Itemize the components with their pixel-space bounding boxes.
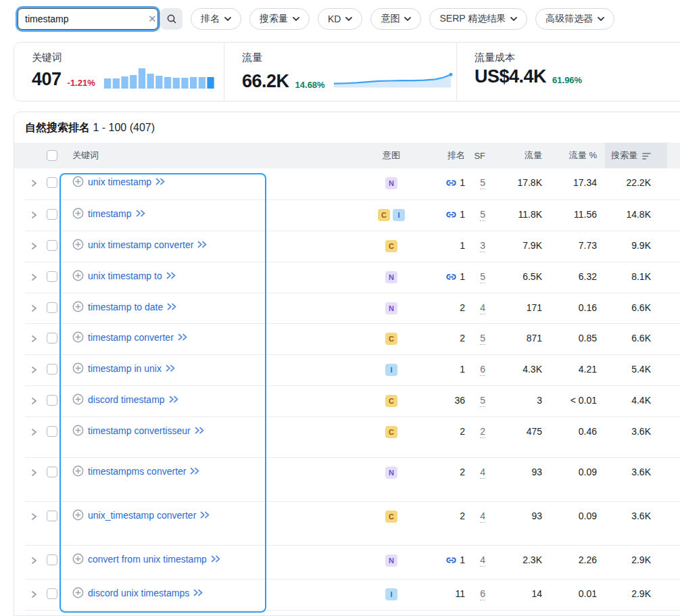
- col-header-rank[interactable]: 排名: [432, 143, 473, 168]
- sf-value[interactable]: 6: [480, 364, 485, 376]
- open-keyword-double-chevron-icon[interactable]: [197, 241, 208, 248]
- filter-chip-serp-features[interactable]: SERP 精选结果: [429, 8, 527, 30]
- keyword-link[interactable]: timestampms converter: [88, 466, 186, 477]
- open-keyword-double-chevron-icon[interactable]: [166, 364, 176, 372]
- open-keyword-double-chevron-icon[interactable]: [167, 303, 177, 310]
- keyword-link[interactable]: discord timestamp: [88, 394, 165, 405]
- add-keyword-icon[interactable]: [72, 331, 84, 343]
- row-checkbox[interactable]: [47, 240, 57, 251]
- filter-chip-advanced-filters[interactable]: 高级筛选器: [535, 8, 614, 30]
- sf-value[interactable]: 4: [480, 467, 485, 479]
- keyword-link[interactable]: timestamp: [88, 208, 132, 219]
- row-expander[interactable]: [25, 262, 43, 281]
- row-checkbox[interactable]: [47, 426, 57, 437]
- sf-value[interactable]: 5: [480, 333, 485, 345]
- keyword-link[interactable]: convert from unix timestamp: [88, 554, 207, 565]
- open-keyword-double-chevron-icon[interactable]: [211, 555, 221, 563]
- filter-chip-rank[interactable]: 排名: [191, 8, 241, 30]
- sf-value[interactable]: 4: [480, 554, 485, 567]
- add-keyword-icon[interactable]: [72, 465, 84, 477]
- intent-badges: N: [351, 293, 432, 314]
- add-keyword-icon[interactable]: [72, 587, 84, 598]
- keyword-link[interactable]: discord unix timestamps: [88, 588, 189, 598]
- row-expander[interactable]: [25, 546, 43, 565]
- row-checkbox[interactable]: [47, 177, 57, 188]
- row-checkbox[interactable]: [47, 302, 57, 313]
- open-keyword-double-chevron-icon[interactable]: [136, 210, 146, 217]
- col-header-traffic-pct[interactable]: 流量 %: [550, 143, 605, 168]
- row-checkbox[interactable]: [47, 333, 57, 343]
- row-expander[interactable]: [25, 417, 43, 436]
- row-checkbox[interactable]: [47, 395, 57, 406]
- add-keyword-icon[interactable]: [72, 553, 84, 565]
- keyword-link[interactable]: unix timestamp to: [88, 270, 162, 281]
- col-header-traffic[interactable]: 流量: [493, 143, 550, 168]
- row-expander[interactable]: [25, 355, 43, 374]
- add-keyword-icon[interactable]: [72, 176, 84, 187]
- keyword-link[interactable]: unix timestamp: [88, 176, 151, 187]
- row-expander[interactable]: [25, 324, 43, 343]
- col-header-volume[interactable]: 搜索量: [605, 143, 667, 168]
- chevron-right-icon: [30, 335, 38, 343]
- row-expander[interactable]: [25, 293, 43, 312]
- add-keyword-icon[interactable]: [72, 239, 84, 250]
- row-expander[interactable]: [25, 458, 43, 477]
- filter-chip-intent[interactable]: 意图: [370, 8, 421, 30]
- row-expander[interactable]: [25, 231, 43, 250]
- row-checkbox[interactable]: [47, 554, 57, 565]
- open-keyword-double-chevron-icon[interactable]: [178, 333, 188, 341]
- col-header-sf[interactable]: SF: [473, 143, 493, 168]
- open-keyword-double-chevron-icon[interactable]: [166, 272, 176, 279]
- row-checkbox[interactable]: [47, 467, 57, 477]
- sf-value[interactable]: 4: [480, 302, 485, 314]
- row-expander[interactable]: [25, 386, 43, 405]
- add-keyword-icon[interactable]: [72, 208, 84, 219]
- open-keyword-double-chevron-icon[interactable]: [200, 511, 210, 519]
- col-header-intent[interactable]: 意图: [351, 143, 432, 168]
- select-all-checkbox[interactable]: [47, 150, 57, 161]
- row-expander[interactable]: [25, 502, 43, 521]
- sf-value[interactable]: 5: [480, 395, 485, 407]
- keyword-link[interactable]: unix_timestamp converter: [88, 510, 196, 521]
- keyword-link[interactable]: timestamp to date: [88, 302, 163, 312]
- row-checkbox[interactable]: [47, 588, 57, 599]
- row-checkbox[interactable]: [47, 364, 57, 375]
- search-button[interactable]: [161, 8, 183, 30]
- clear-search-icon[interactable]: ✕: [147, 12, 158, 25]
- add-keyword-icon[interactable]: [72, 394, 84, 405]
- sf-value[interactable]: 5: [480, 177, 485, 189]
- add-keyword-icon[interactable]: [72, 425, 84, 436]
- keyword-link[interactable]: unix timestamp converter: [88, 239, 193, 250]
- open-keyword-double-chevron-icon[interactable]: [169, 396, 179, 403]
- filter-chip-volume[interactable]: 搜索量: [249, 8, 310, 30]
- keyword-search-field[interactable]: ✕: [18, 8, 158, 30]
- sf-value[interactable]: 5: [480, 271, 485, 283]
- sf-value[interactable]: 5: [480, 209, 485, 221]
- search-input[interactable]: [25, 14, 147, 24]
- sf-value[interactable]: 4: [480, 511, 485, 523]
- row-expander[interactable]: [25, 200, 43, 219]
- keyword-link[interactable]: timestamp convertisseur: [88, 425, 191, 436]
- add-keyword-icon[interactable]: [72, 270, 84, 281]
- open-keyword-double-chevron-icon[interactable]: [193, 589, 203, 596]
- rank-value: 1: [460, 554, 465, 565]
- keyword-link[interactable]: timestamp converter: [88, 332, 174, 343]
- open-keyword-double-chevron-icon[interactable]: [155, 178, 166, 185]
- row-checkbox[interactable]: [47, 209, 57, 220]
- open-keyword-double-chevron-icon[interactable]: [195, 427, 205, 434]
- sf-value[interactable]: 6: [480, 588, 485, 600]
- add-keyword-icon[interactable]: [72, 362, 84, 374]
- keyword-link[interactable]: timestamp in unix: [88, 363, 162, 374]
- row-checkbox[interactable]: [47, 271, 57, 282]
- row-expander[interactable]: [25, 168, 43, 187]
- sf-value[interactable]: 2: [480, 426, 485, 438]
- col-header-keyword[interactable]: 关键词: [67, 143, 351, 168]
- row-checkbox[interactable]: [47, 511, 57, 521]
- add-keyword-icon[interactable]: [72, 301, 84, 312]
- add-keyword-icon[interactable]: [72, 509, 84, 521]
- filter-chip-kd[interactable]: KD: [318, 8, 362, 30]
- rank-cell: 1: [432, 546, 473, 565]
- open-keyword-double-chevron-icon[interactable]: [190, 467, 200, 475]
- row-expander[interactable]: [25, 579, 43, 598]
- sf-value[interactable]: 3: [480, 240, 485, 252]
